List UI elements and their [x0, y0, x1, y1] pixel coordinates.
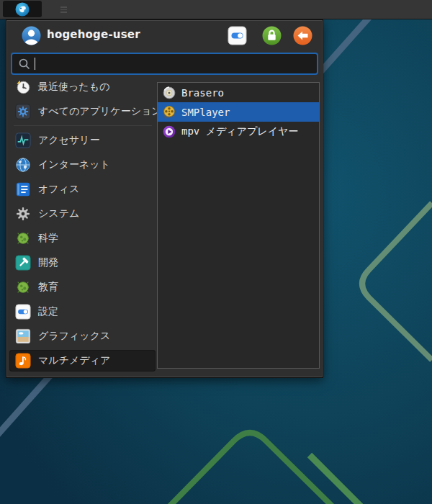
sidebar-item-label: アクセサリー: [38, 134, 100, 147]
app-item-label: Brasero: [181, 87, 224, 99]
science-icon: [15, 279, 31, 295]
hamburger-icon[interactable]: [60, 5, 68, 14]
sidebar-item-label: 科学: [38, 232, 58, 245]
arrow-left-icon: [293, 26, 312, 45]
waveform-icon: [15, 132, 31, 148]
lock-screen-button[interactable]: [262, 26, 282, 45]
settings-button[interactable]: [228, 26, 247, 45]
lock-icon: [262, 26, 282, 45]
toggle-icon: [15, 304, 31, 320]
disc-icon: [162, 86, 176, 100]
film-reel-icon: [162, 105, 176, 120]
sidebar-item-graphics[interactable]: グラフィックス: [9, 325, 156, 347]
science-icon: [15, 230, 31, 246]
sidebar-item-office[interactable]: オフィス: [9, 179, 156, 200]
user-avatar-icon: [22, 26, 41, 45]
sidebar-item-multimedia[interactable]: マルチメディア: [9, 350, 156, 372]
app-item-label: SMPlayer: [181, 107, 230, 118]
clock-icon: [15, 79, 31, 95]
document-icon: [15, 181, 31, 197]
sidebar-item-label: 開発: [38, 256, 58, 269]
globe-icon: [15, 157, 31, 173]
sidebar-item-label: マルチメディア: [38, 354, 110, 367]
sidebar-item-label: 設定: [38, 305, 58, 318]
sidebar-item-recent[interactable]: 最近使ったもの: [9, 76, 156, 98]
top-panel: [0, 0, 432, 19]
toggle-icon: [228, 26, 247, 45]
sidebar-item-accessories[interactable]: アクセサリー: [9, 130, 156, 151]
hammer-icon: [15, 255, 31, 271]
app-item-mpv[interactable]: mpv メディアプレイヤー: [158, 122, 319, 141]
search-icon: [18, 58, 31, 71]
search-box[interactable]: [11, 53, 318, 75]
whisker-menu-button[interactable]: [3, 1, 42, 17]
app-item-smplayer[interactable]: SMPlayer: [158, 102, 319, 122]
sidebar-item-label: グラフィックス: [38, 330, 110, 343]
music-note-icon: [15, 353, 31, 369]
sidebar-item-system[interactable]: システム: [9, 203, 156, 225]
search-input[interactable]: [35, 58, 317, 70]
sidebar-item-label: 教育: [38, 281, 58, 294]
sidebar-item-education[interactable]: 教育: [9, 276, 156, 298]
sidebar-item-label: すべてのアプリケーション: [38, 105, 162, 118]
sidebar-item-settings[interactable]: 設定: [9, 301, 156, 323]
gear-gray-icon: [15, 206, 31, 222]
sidebar-item-label: オフィス: [38, 183, 79, 196]
sidebar-item-internet[interactable]: インターネット: [9, 154, 156, 176]
app-item-label: mpv メディアプレイヤー: [181, 125, 298, 138]
gear-blue-icon: [15, 104, 31, 120]
sidebar-item-science[interactable]: 科学: [9, 228, 156, 249]
distro-logo-icon: [14, 1, 30, 17]
username-label: hogehoge-user: [47, 28, 140, 41]
logout-button[interactable]: [293, 26, 312, 45]
sidebar-separator: [14, 125, 152, 126]
sidebar-item-development[interactable]: 開発: [9, 252, 156, 274]
sidebar-item-label: システム: [38, 207, 79, 220]
sidebar-item-label: インターネット: [38, 158, 110, 171]
whisker-menu-popup: hogehoge-user: [6, 19, 323, 378]
application-list: BraseroSMPlayermpv メディアプレイヤー: [157, 82, 320, 369]
app-item-brasero[interactable]: Brasero: [158, 83, 319, 102]
play-circle-icon: [162, 125, 176, 139]
sidebar-item-label: 最近使ったもの: [38, 81, 109, 94]
sidebar-item-all-applications[interactable]: すべてのアプリケーション: [9, 101, 156, 122]
picture-icon: [15, 328, 31, 344]
